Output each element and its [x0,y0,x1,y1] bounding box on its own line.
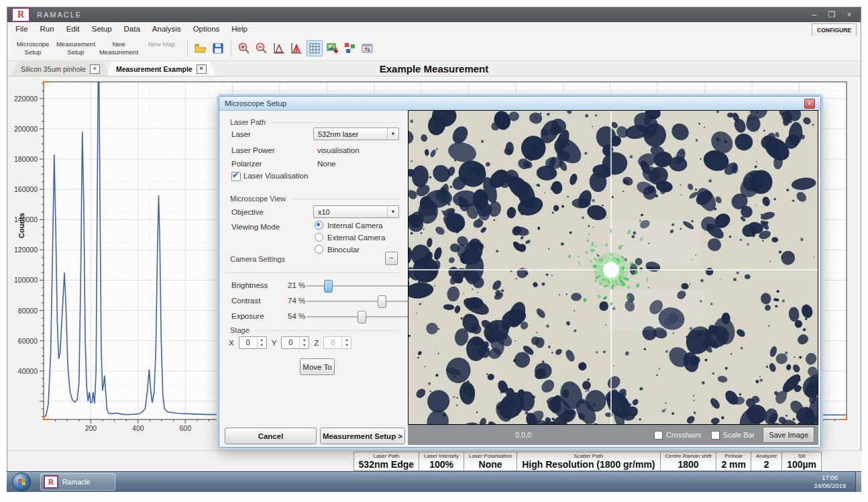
peak-fit-icon[interactable] [272,41,286,56]
status-value: None [469,459,512,470]
stage-axis-spinner[interactable]: 0 ▲▼ [239,336,267,349]
taskbar-clock[interactable]: 17:06 24/06/2019 [814,474,846,491]
menu-item[interactable]: File [15,25,28,33]
slider[interactable] [307,310,409,323]
laser-power-label: Laser Power [231,146,275,154]
stage-axis-value: 0 [324,337,341,348]
spinner-arrows-icon[interactable]: ▲▼ [257,337,266,348]
zoom-in-icon[interactable] [237,41,252,56]
open-folder-icon[interactable] [193,41,208,56]
show-desktop-button[interactable] [855,472,861,492]
toolbar-text-button[interactable]: Microscope Setup [11,39,54,58]
group-divider [272,122,399,123]
minimize-button[interactable]: – [806,10,823,19]
menu-item[interactable]: Analysis [152,25,181,33]
zoom-out-icon[interactable] [254,41,269,56]
stage-axis-value: 0 [282,337,299,348]
save-icon[interactable] [211,41,225,56]
y-tick-label: 220000 [0,95,38,103]
tab-close-icon[interactable]: × [197,64,207,74]
toolbar-text-button[interactable]: New Measurement [97,39,140,58]
laser-visualisation-checkbox[interactable] [231,172,241,181]
stage-axis-label: X [229,339,234,347]
camera-settings-collapse-button[interactable]: − [385,252,398,265]
menu-item[interactable]: Run [40,25,54,33]
instrument-config-icon[interactable] [360,41,375,56]
slider-handle[interactable] [324,280,333,293]
menu-item[interactable]: Data [124,25,140,33]
chevron-down-icon: ▼ [387,128,398,140]
toolbar-text-button[interactable]: New Map [140,39,183,58]
slider-value: 54 % [288,312,305,320]
dialog-close-icon[interactable]: × [804,99,815,109]
slider-track[interactable] [307,285,409,287]
scale-bar-checkbox[interactable] [711,431,720,440]
objective-dropdown[interactable]: x10 ▼ [313,205,399,218]
toolbar: Microscope SetupMeasurement SetupNew Mea… [7,36,861,61]
status-cell: Scatter Path High Resolution (1800 gr/mm… [517,452,660,471]
map-points-icon[interactable] [343,41,358,56]
windows-logo-icon [18,479,25,486]
start-button[interactable] [12,472,31,491]
status-value: 2 [756,459,777,470]
camera-settings-caption: Camera Settings [230,255,285,263]
crosshairs-checkbox[interactable] [654,431,663,440]
menu-item[interactable]: Edit [66,25,80,33]
slider-label: Contrast [231,297,260,305]
toolbar-text-button[interactable]: Measurement Setup [54,39,97,58]
radio-icon[interactable] [315,221,323,230]
scale-bar-option[interactable]: Scale Bar [711,431,755,440]
objective-dropdown-value: x10 [318,208,330,216]
y-tick-label: 140000 [0,215,38,223]
viewing-mode-option[interactable]: Internal Camera [315,221,382,230]
slider-track[interactable] [307,301,409,302]
status-cell: Pinhole 2 mm [716,452,751,471]
menu-bar: FileRunEditSetupDataAnalysisOptionsHelp [7,22,861,36]
y-tick-label: 60000 [0,337,38,345]
polarizer-value: None [317,160,336,168]
window-title: RAMACLE [37,11,82,19]
restore-button[interactable]: ❐ [823,10,840,19]
menu-item[interactable]: Help [231,25,248,33]
crosshairs-option[interactable]: Crosshairs [654,431,702,440]
status-value: 2 mm [721,459,746,470]
menu-item[interactable]: Setup [91,25,111,33]
slider-label: Brightness [231,281,268,289]
measurement-setup-button[interactable]: Measurement Setup > [320,428,405,444]
close-button[interactable]: × [840,10,858,19]
spinner-arrows-icon[interactable]: ▲▼ [341,337,351,348]
slider[interactable] [307,279,409,293]
spinner-arrows-icon[interactable]: ▲▼ [299,337,309,348]
save-image-button[interactable]: Save Image [763,427,814,443]
viewing-mode-option[interactable]: Binocular [315,245,360,254]
peak-analysis-icon[interactable] [289,41,304,56]
slider-handle[interactable] [378,295,386,308]
y-tick-label: 100000 [0,276,38,284]
taskbar-app-label: Ramacle [62,478,90,486]
configure-button[interactable]: CONFIGURE [812,23,857,36]
cancel-button[interactable]: Cancel [225,428,317,444]
title-bar: R RAMACLE – ❐ × [7,7,861,22]
radio-icon[interactable] [315,245,323,254]
y-tick-label: 120000 [0,246,38,254]
image-export-icon[interactable] [325,41,340,56]
move-to-button[interactable]: Move To [300,358,335,375]
laser-dropdown[interactable]: 532nm laser ▼ [313,128,399,140]
camera-view[interactable] [408,110,818,425]
camera-slider-row: Contrast 74 % [229,295,399,308]
menu-item[interactable]: Options [193,25,220,33]
y-tick-label: 200000 [0,125,38,133]
taskbar-app-button[interactable]: R Ramacle [40,473,115,491]
stage-axis-spinner[interactable]: 0 ▲▼ [323,336,351,349]
dialog-title-bar[interactable]: Microscope Setup × [219,97,820,111]
radio-icon[interactable] [315,233,323,242]
slider-handle[interactable] [358,311,366,323]
camera-toolbar: 0,0,0 Crosshairs Scale Bar Save Image [408,425,818,445]
status-value: 1800 [665,459,712,470]
slider[interactable] [307,295,409,308]
stage-axis-spinner[interactable]: 0 ▲▼ [281,336,309,349]
viewing-mode-option[interactable]: External Camera [315,233,385,242]
camera-slider-row: Exposure 54 % [229,310,399,323]
document-tab[interactable]: Measurement Example × [107,62,216,76]
grid-map-icon[interactable] [307,40,323,56]
